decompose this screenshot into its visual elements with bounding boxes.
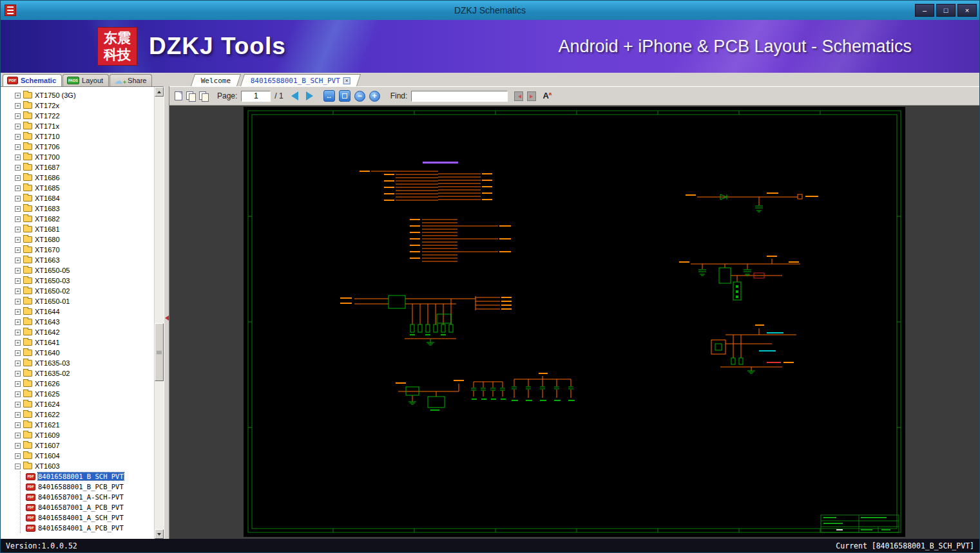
tree-folder-xt1603[interactable]: −XT1603 xyxy=(1,461,154,471)
expand-icon[interactable]: + xyxy=(15,340,21,346)
previous-page-icon[interactable] xyxy=(291,91,298,100)
tree-folder-xt1643[interactable]: +XT1643 xyxy=(1,317,154,327)
expand-icon[interactable]: + xyxy=(15,206,21,212)
tree-folder-xt1642[interactable]: +XT1642 xyxy=(1,327,154,337)
tab-layout[interactable]: PADS Layout xyxy=(62,74,109,86)
doc-tab-welcome[interactable]: Welcome xyxy=(191,74,242,86)
tree-file[interactable]: PDF84016584001_A_PCB_PVT xyxy=(21,523,154,533)
tree-folder-xt1624[interactable]: +XT1624 xyxy=(1,399,154,409)
tree-folder-xt1644[interactable]: +XT1644 xyxy=(1,306,154,317)
tree-folder-xt1609[interactable]: +XT1609 xyxy=(1,430,154,440)
page-icon[interactable] xyxy=(175,91,182,100)
expand-icon[interactable]: + xyxy=(15,330,21,335)
expand-icon[interactable]: + xyxy=(15,216,21,222)
close-button[interactable]: × xyxy=(957,4,977,17)
expand-icon[interactable]: + xyxy=(15,288,21,294)
next-page-icon[interactable] xyxy=(306,91,313,100)
tree-folder-xt1621[interactable]: +XT1621 xyxy=(1,420,154,430)
scroll-down-button[interactable] xyxy=(155,529,164,539)
tree-file[interactable]: PDF84016587001_A-SCH-PVT xyxy=(21,492,154,502)
expand-icon[interactable]: + xyxy=(15,443,21,449)
expand-icon[interactable]: + xyxy=(15,391,21,397)
scrollbar-thumb[interactable] xyxy=(155,323,164,381)
tree-folder-xt1750-3g-[interactable]: +XT1750 (3G) xyxy=(1,90,154,100)
tree-folder-xt1650-01[interactable]: +XT1650-01 xyxy=(1,296,154,306)
expand-icon[interactable]: + xyxy=(15,453,21,459)
expand-icon[interactable]: + xyxy=(15,103,21,109)
tree-file[interactable]: PDF84016587001_A_PCB_PVT xyxy=(21,502,154,512)
expand-icon[interactable]: + xyxy=(15,175,21,181)
expand-icon[interactable]: + xyxy=(15,412,21,418)
tree-folder-xt1687[interactable]: +XT1687 xyxy=(1,162,154,173)
expand-icon[interactable]: + xyxy=(15,309,21,315)
tree-folder-xt1700[interactable]: +XT1700 xyxy=(1,152,154,162)
expand-icon[interactable]: + xyxy=(15,422,21,428)
expand-icon[interactable]: + xyxy=(15,402,21,408)
tree-folder-xt172x[interactable]: +XT172x xyxy=(1,100,154,111)
collapse-sidebar-icon[interactable] xyxy=(165,315,169,321)
tree-folder-xt1650-02[interactable]: +XT1650-02 xyxy=(1,286,154,296)
expand-icon[interactable]: + xyxy=(15,381,21,387)
tree-folder-xt1650-03[interactable]: +XT1650-03 xyxy=(1,276,154,286)
tree-folder-xt1681[interactable]: +XT1681 xyxy=(1,224,154,234)
tree-folder-xt1625[interactable]: +XT1625 xyxy=(1,389,154,399)
tree-folder-xt171x[interactable]: +XT171x xyxy=(1,121,154,131)
fit-page-icon[interactable] xyxy=(339,90,351,102)
expand-icon[interactable]: + xyxy=(15,433,21,438)
expand-icon[interactable]: + xyxy=(15,237,21,243)
schematic-page[interactable] xyxy=(244,107,905,537)
tree-folder-xt1683[interactable]: +XT1683 xyxy=(1,203,154,214)
zoom-in-icon[interactable]: + xyxy=(369,91,380,102)
scrollbar-track[interactable] xyxy=(155,97,164,529)
tree-folder-xt1607[interactable]: +XT1607 xyxy=(1,440,154,451)
expand-icon[interactable]: + xyxy=(15,124,21,129)
close-tab-icon[interactable]: × xyxy=(343,77,351,84)
expand-icon[interactable]: + xyxy=(15,319,21,325)
zoom-out-icon[interactable]: − xyxy=(354,91,365,102)
collapse-icon[interactable]: − xyxy=(15,464,21,469)
tree-file[interactable]: PDF84016588001_B_PCB_PVT xyxy=(21,482,154,492)
expand-icon[interactable]: + xyxy=(15,350,21,356)
maximize-button[interactable]: □ xyxy=(936,4,956,17)
expand-icon[interactable]: + xyxy=(15,134,21,140)
tree-folder-xt1640[interactable]: +XT1640 xyxy=(1,348,154,358)
scroll-up-button[interactable] xyxy=(155,87,164,97)
tree-folder-xt1604[interactable]: +XT1604 xyxy=(1,451,154,461)
expand-icon[interactable]: + xyxy=(15,299,21,305)
tree-folder-xt1686[interactable]: +XT1686 xyxy=(1,173,154,183)
expand-icon[interactable]: + xyxy=(15,196,21,202)
find-previous-icon[interactable] xyxy=(514,91,523,101)
sidebar-splitter[interactable] xyxy=(164,86,169,539)
expand-icon[interactable]: + xyxy=(15,93,21,98)
minimize-button[interactable]: – xyxy=(915,4,934,17)
expand-icon[interactable]: + xyxy=(15,227,21,232)
expand-icon[interactable]: + xyxy=(15,258,21,263)
tree-folder-xt1706[interactable]: +XT1706 xyxy=(1,142,154,152)
expand-icon[interactable]: + xyxy=(15,268,21,274)
expand-icon[interactable]: + xyxy=(15,165,21,171)
expand-icon[interactable]: + xyxy=(15,371,21,377)
page-number-input[interactable] xyxy=(241,91,271,102)
expand-icon[interactable]: + xyxy=(15,247,21,253)
tree-folder-xt1685[interactable]: +XT1685 xyxy=(1,183,154,193)
copy-page-icon[interactable] xyxy=(186,91,195,100)
expand-icon[interactable]: + xyxy=(15,113,21,119)
expand-icon[interactable]: + xyxy=(15,278,21,284)
doc-tab-document[interactable]: 84016588001_B_SCH_PVT × xyxy=(240,74,361,86)
sidebar-scrollbar[interactable] xyxy=(154,87,164,539)
tab-schematic[interactable]: PDF Schematic xyxy=(3,74,62,86)
tree-folder-xt1622[interactable]: +XT1622 xyxy=(1,409,154,420)
tree-folder-xt1670[interactable]: +XT1670 xyxy=(1,245,154,255)
tab-share[interactable]: ☁+ Share xyxy=(110,74,152,86)
tree-folder-xt1680[interactable]: +XT1680 xyxy=(1,234,154,245)
tree-folder-xt1635-03[interactable]: +XT1635-03 xyxy=(1,358,154,368)
find-input[interactable] xyxy=(411,91,508,102)
expand-icon[interactable]: + xyxy=(15,144,21,150)
font-size-icon[interactable]: Aa xyxy=(543,91,552,100)
tree-folder-xt1663[interactable]: +XT1663 xyxy=(1,255,154,265)
expand-icon[interactable]: + xyxy=(15,155,21,160)
tree-folder-xt1626[interactable]: +XT1626 xyxy=(1,379,154,389)
tree-folder-xt1682[interactable]: +XT1682 xyxy=(1,214,154,224)
cascade-pages-icon[interactable] xyxy=(199,91,208,100)
tree-file[interactable]: PDF84016584001_A_SCH_PVT xyxy=(21,512,154,523)
